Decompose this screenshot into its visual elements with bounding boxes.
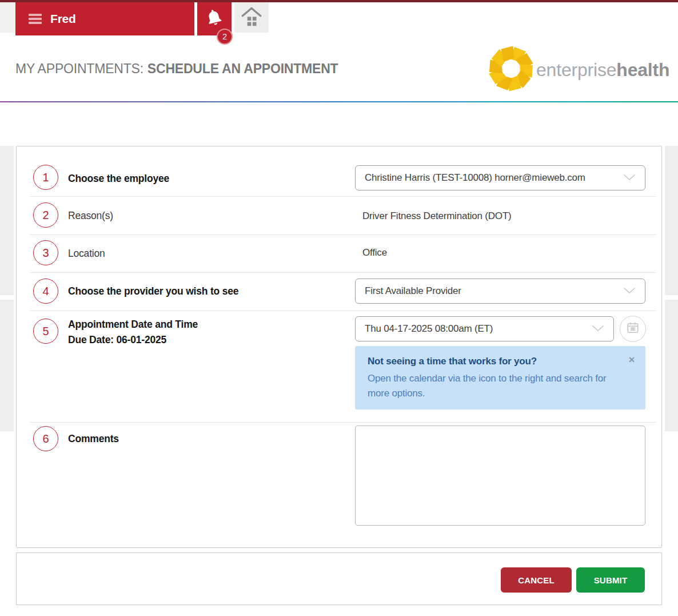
user-name: Fred [50, 12, 76, 26]
step-number-badge: 4 [33, 279, 58, 304]
calendar-icon [626, 321, 640, 337]
background-strip [0, 146, 14, 295]
info-box-title: Not seeing a time that works for you? [368, 356, 633, 367]
header-corner [0, 2, 15, 33]
info-box-body: Open the calendar via the icon to the ri… [368, 371, 619, 401]
footer-actions-bar: CANCEL SUBMIT [16, 553, 662, 605]
close-icon[interactable]: × [626, 354, 637, 365]
bell-icon [204, 7, 225, 30]
step-label: Choose the provider you wish to see [68, 284, 238, 299]
step-number-badge: 3 [33, 240, 58, 265]
step-label: Location [68, 246, 105, 261]
employee-select[interactable]: Christine Harris (TEST-10008) horner@mie… [355, 165, 645, 190]
step-number-badge: 2 [33, 202, 58, 228]
chevron-down-icon [623, 173, 636, 183]
scheduling-info-box: Not seeing a time that works for you? Op… [355, 346, 645, 410]
logo-wordmark: enterprisehealth [536, 59, 669, 81]
chevron-down-icon [592, 324, 604, 334]
step-label: Appointment Date and Time Due Date: 06-0… [68, 317, 198, 348]
step-number-badge: 6 [33, 426, 58, 451]
step-label: Reason(s) [68, 208, 113, 224]
home-icon [240, 6, 263, 30]
app-screen: Fred 2 [0, 0, 678, 616]
cancel-button[interactable]: CANCEL [501, 567, 572, 593]
home-button[interactable] [234, 2, 269, 33]
reason-value: Driver Fitness Determination (DOT) [362, 210, 512, 222]
row-divider [30, 311, 656, 311]
step-label: Choose the employee [68, 171, 169, 186]
location-value: Office [362, 247, 387, 259]
sunflower-logo-icon [488, 46, 534, 94]
gradient-divider [0, 101, 678, 102]
submit-button[interactable]: SUBMIT [576, 567, 645, 593]
user-menu-tab[interactable]: Fred [15, 2, 194, 35]
background-strip [665, 146, 678, 295]
page-title: MY APPOINTMENTS:SCHEDULE AN APPOINTMENT [15, 61, 338, 77]
chevron-down-icon [623, 286, 636, 296]
provider-select[interactable]: First Available Provider [355, 279, 645, 304]
enterprise-health-logo: enterprisehealth [488, 46, 669, 94]
appointment-form-card: 1 Choose the employee Christine Harris (… [16, 146, 662, 548]
row-divider [30, 272, 656, 273]
due-date-label: Due Date: 06-01-2025 [68, 332, 198, 348]
step-number-badge: 1 [33, 165, 58, 190]
background-strip [665, 300, 678, 431]
appointment-datetime-select[interactable]: Thu 04-17-2025 08:00am (ET) [355, 316, 614, 341]
notification-badge: 2 [217, 29, 233, 45]
open-calendar-button[interactable] [620, 316, 646, 342]
step-label: Comments [68, 431, 119, 447]
hamburger-menu-icon[interactable] [29, 14, 42, 24]
row-divider [30, 235, 656, 235]
comments-textarea[interactable] [355, 426, 645, 526]
background-strip [0, 300, 14, 431]
step-number-badge: 5 [33, 319, 58, 344]
row-divider [30, 422, 656, 423]
row-divider [30, 196, 656, 197]
